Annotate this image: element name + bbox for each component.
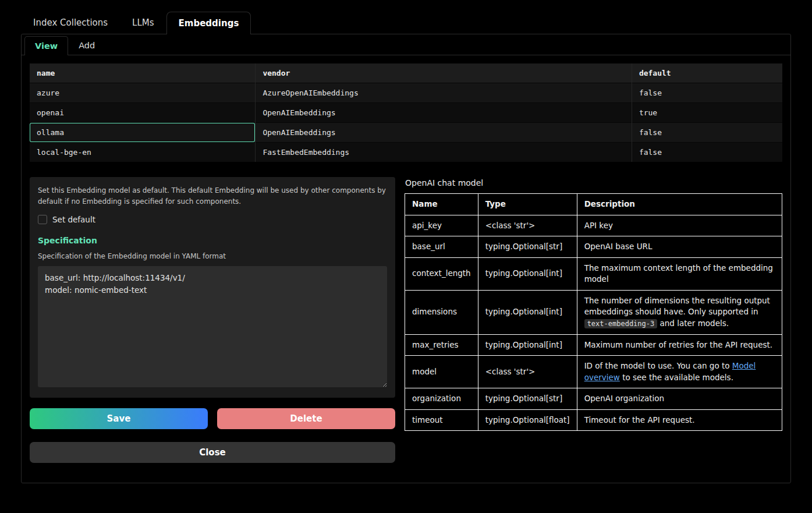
- doc-cell-name: dimensions: [405, 290, 478, 334]
- desc-text: and later models.: [657, 319, 729, 328]
- close-button[interactable]: Close: [30, 442, 395, 463]
- doc-column-name: Name: [405, 194, 478, 215]
- cell-name: azure: [30, 83, 256, 103]
- doc-row-timeout: timeout typing.Optional[float] Timeout f…: [405, 409, 782, 431]
- specification-heading: Specification: [38, 236, 387, 245]
- column-header-name: name: [30, 63, 256, 83]
- cell-default: false: [632, 143, 782, 162]
- doc-cell-description: The number of dimensions the resulting o…: [577, 290, 782, 334]
- subtab-add[interactable]: Add: [68, 36, 105, 55]
- doc-cell-description: The maximum context length of the embedd…: [577, 257, 782, 290]
- doc-cell-name: organization: [405, 388, 478, 410]
- doc-table-header: Name Type Description: [405, 194, 782, 215]
- doc-cell-description: Maximum number of retries for the API re…: [577, 334, 782, 356]
- tab-embeddings[interactable]: Embeddings: [166, 12, 251, 34]
- cell-default: true: [632, 103, 782, 123]
- doc-cell-type: <class 'str'>: [478, 215, 577, 236]
- cell-name-selected: ollama: [30, 123, 256, 143]
- doc-column-description: Description: [577, 194, 782, 215]
- embedding-row-ollama[interactable]: ollama OpenAIEmbeddings false: [30, 123, 782, 143]
- specification-textarea[interactable]: base_url: http://localhost:11434/v1/ mod…: [38, 266, 387, 387]
- doc-row-model: model <class 'str'> ID of the model to u…: [405, 356, 782, 388]
- cell-vendor: OpenAIEmbeddings: [256, 123, 632, 143]
- set-default-checkbox-row[interactable]: Set default: [38, 215, 387, 224]
- view-content: name vendor default azure AzureOpenAIEmb…: [22, 55, 790, 471]
- doc-cell-name: base_url: [405, 236, 478, 258]
- doc-cell-name: max_retries: [405, 334, 478, 356]
- desc-text: ID of the model to use. You can go to: [584, 361, 732, 370]
- doc-cell-description: OpenAI base URL: [577, 236, 782, 258]
- embedding-row-openai[interactable]: openai OpenAIEmbeddings true: [30, 103, 782, 123]
- subtab-view[interactable]: View: [24, 36, 68, 55]
- sub-tab-bar: View Add: [22, 34, 790, 55]
- embeddings-table-header: name vendor default: [30, 63, 782, 83]
- doc-row-api-key: api_key <class 'str'> API key: [405, 215, 782, 236]
- doc-cell-type: typing.Optional[int]: [478, 257, 577, 290]
- set-default-checkbox[interactable]: [38, 215, 47, 224]
- tab-index-collections[interactable]: Index Collections: [21, 11, 120, 34]
- model-doc-title: OpenAI chat model: [405, 178, 782, 187]
- cell-default: false: [632, 123, 782, 143]
- tab-llms[interactable]: LLMs: [120, 11, 166, 34]
- doc-cell-type: typing.Optional[int]: [478, 334, 577, 356]
- action-buttons: Save Delete: [30, 408, 395, 429]
- model-doc-column: OpenAI chat model Name Type Description …: [405, 177, 782, 431]
- delete-button[interactable]: Delete: [217, 408, 395, 429]
- save-button[interactable]: Save: [30, 408, 208, 429]
- cell-name: openai: [30, 103, 256, 123]
- cell-name: local-bge-en: [30, 143, 256, 162]
- doc-cell-name: api_key: [405, 215, 478, 236]
- doc-cell-type: typing.Optional[str]: [478, 236, 577, 258]
- code-chip: text-embedding-3: [584, 319, 658, 328]
- detail-section: Set this Embedding model as default. Thi…: [30, 177, 782, 463]
- doc-cell-name: timeout: [405, 409, 478, 431]
- doc-row-max-retries: max_retries typing.Optional[int] Maximum…: [405, 334, 782, 356]
- doc-cell-type: <class 'str'>: [478, 356, 577, 388]
- edit-column: Set this Embedding model as default. Thi…: [30, 177, 395, 463]
- doc-row-context-length: context_length typing.Optional[int] The …: [405, 257, 782, 290]
- desc-text: to see the available models.: [620, 373, 733, 382]
- cell-vendor: FastEmbedEmbeddings: [256, 143, 632, 162]
- model-doc-table: Name Type Description api_key <class 'st…: [405, 193, 782, 431]
- doc-cell-description: OpenAI organization: [577, 388, 782, 410]
- doc-cell-description: Timeout for the API request.: [577, 409, 782, 431]
- doc-cell-description: API key: [577, 215, 782, 236]
- default-help-text: Set this Embedding model as default. Thi…: [38, 185, 387, 207]
- embeddings-panel: View Add name vendor default azure Azure…: [21, 34, 791, 483]
- doc-cell-type: typing.Optional[float]: [478, 409, 577, 431]
- main-tab-bar: Index Collections LLMs Embeddings: [0, 0, 812, 34]
- embedding-row-azure[interactable]: azure AzureOpenAIEmbeddings false: [30, 83, 782, 103]
- doc-row-organization: organization typing.Optional[str] OpenAI…: [405, 388, 782, 410]
- doc-row-dimensions: dimensions typing.Optional[int] The numb…: [405, 290, 782, 334]
- doc-cell-name: context_length: [405, 257, 478, 290]
- doc-cell-type: typing.Optional[str]: [478, 388, 577, 410]
- embedding-row-local-bge-en[interactable]: local-bge-en FastEmbedEmbeddings false: [30, 143, 782, 162]
- embeddings-table: name vendor default azure AzureOpenAIEmb…: [30, 63, 782, 162]
- doc-cell-name: model: [405, 356, 478, 388]
- doc-column-type: Type: [478, 194, 577, 215]
- specification-help-text: Specification of the Embedding model in …: [38, 252, 387, 260]
- cell-vendor: AzureOpenAIEmbeddings: [256, 83, 632, 103]
- cell-default: false: [632, 83, 782, 103]
- desc-text: The number of dimensions the resulting o…: [584, 296, 770, 317]
- doc-cell-type: typing.Optional[int]: [478, 290, 577, 334]
- cell-vendor: OpenAIEmbeddings: [256, 103, 632, 123]
- set-default-label: Set default: [52, 215, 95, 224]
- page: Index Collections LLMs Embeddings View A…: [0, 0, 812, 513]
- column-header-default: default: [632, 63, 782, 83]
- doc-cell-description: ID of the model to use. You can go to Mo…: [577, 356, 782, 388]
- doc-row-base-url: base_url typing.Optional[str] OpenAI bas…: [405, 236, 782, 258]
- column-header-vendor: vendor: [256, 63, 632, 83]
- edit-panel: Set this Embedding model as default. Thi…: [30, 177, 395, 398]
